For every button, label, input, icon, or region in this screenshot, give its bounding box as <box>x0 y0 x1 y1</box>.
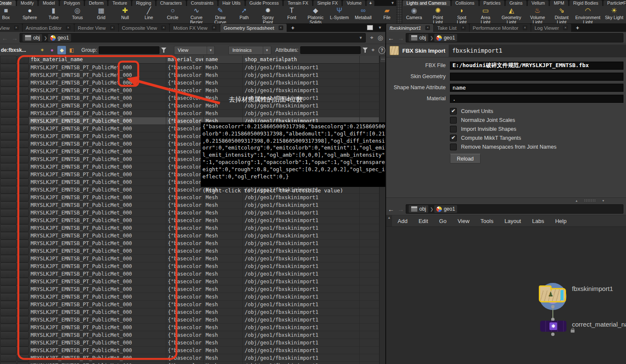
pane-grip-icon[interactable] <box>584 199 596 202</box>
cell-material_overri[interactable]: {"basecolor <box>166 102 204 110</box>
cell-material_overri[interactable]: {"basecolor <box>166 224 204 232</box>
cell-shop_materialpath[interactable]: /obj/geo1/fbxskinimport1 <box>243 232 360 240</box>
cell-shop_materialpath[interactable]: /obj/geo1/fbxskinimport1 <box>243 354 360 362</box>
cell-blank[interactable] <box>360 232 379 240</box>
cell-blank[interactable] <box>360 255 379 262</box>
row-gutter-cell[interactable] <box>0 362 17 364</box>
cell-name[interactable]: Mesh <box>204 301 243 308</box>
row-gutter-cell[interactable] <box>17 347 29 354</box>
attributes-input[interactable] <box>300 46 361 54</box>
attributes-filter-icon[interactable] <box>362 48 367 53</box>
table-row[interactable]: MRYSLKJPT_EMNTSB_PT_PublicMet_000{"basec… <box>0 331 379 339</box>
row-gutter-cell[interactable] <box>0 133 17 140</box>
cell-material_overri[interactable]: {"basecolor <box>166 247 204 255</box>
row-gutter-cell[interactable] <box>17 308 29 316</box>
row-gutter-cell[interactable] <box>0 301 17 308</box>
cell-name[interactable]: Mesh <box>204 194 243 201</box>
cell-name[interactable]: Mesh <box>204 278 243 285</box>
table-row[interactable]: MRYSLKJPT_EMNTSB_PT_PublicMet_000{"basec… <box>0 110 379 117</box>
row-gutter-cell[interactable] <box>17 94 29 102</box>
cell-blank[interactable] <box>360 308 379 316</box>
pane-menu-icon[interactable]: ▼ <box>378 25 382 30</box>
table-row[interactable]: MRYSLKJPT_EMNTSB_PT_PublicMet_000{"basec… <box>0 102 379 110</box>
cell-name[interactable]: Mesh <box>204 339 243 347</box>
row-gutter-cell[interactable] <box>0 148 17 155</box>
cell-shop_materialpath[interactable]: /obj/geo1/fbxskinimport1 <box>243 316 360 324</box>
close-icon[interactable]: × <box>14 25 19 30</box>
cell-name[interactable]: Mesh <box>204 240 243 247</box>
row-gutter-cell[interactable] <box>0 331 17 339</box>
cell-material_overri[interactable]: {"basecolor <box>166 94 204 102</box>
node-name-field[interactable]: fbxskinimport1 <box>449 45 626 57</box>
breadcrumb[interactable]: obj ❯ geo1 <box>406 33 623 42</box>
intrinsics-dropdown[interactable]: Intrinsics ▼ <box>228 46 271 55</box>
node-label-correct-material-name[interactable]: correct_material_name <box>572 321 626 328</box>
cell-fbx_material_name[interactable]: MRYSLKJPT_EMNTSB_PT_PublicMet_000 <box>29 102 166 110</box>
table-row[interactable]: MRYSLKJPT_EMNTSB_PT_PublicMet_000{"basec… <box>0 224 379 232</box>
row-gutter-cell[interactable] <box>17 64 29 71</box>
cell-material_overri[interactable]: {"basecolor <box>166 209 204 217</box>
cell-shop_materialpath[interactable]: /obj/geo1/fbxskinimport1 <box>243 79 360 87</box>
shelf-tab-model[interactable]: Model <box>38 0 59 6</box>
cell-name[interactable]: Mesh <box>204 224 243 232</box>
spreadsheet-table[interactable]: fbx_material_namematerial_overrinameshop… <box>0 56 379 364</box>
shelf-tool-spot-light[interactable]: ◗Spot Light <box>450 7 474 23</box>
table-row[interactable]: MRYSLKJPT_EMNTSB_PT_PublicMet_000{"basec… <box>0 64 379 71</box>
vertices-toggle-icon[interactable]: ● <box>48 46 56 54</box>
cell-blank[interactable] <box>360 94 379 102</box>
shelf-tab-vellum[interactable]: Vellum <box>527 0 549 6</box>
pin-attributes-icon[interactable]: ⌖ <box>372 47 375 54</box>
table-row[interactable]: MRYSLKJPT_EMNTSB_PT_PublicMet_000{"basec… <box>0 354 379 362</box>
row-gutter-cell[interactable] <box>17 155 29 163</box>
table-row[interactable]: MRYSLKJPT_EMNTSB_PT_PublicMet_000{"basec… <box>0 194 379 201</box>
cell-name[interactable]: Mesh <box>204 110 243 117</box>
row-gutter-cell[interactable] <box>0 262 17 270</box>
cell-fbx_material_name[interactable]: MRYSLKJPT_EMNTSB_PT_PublicMet_000 <box>29 209 166 217</box>
cell-shop_materialpath[interactable]: /obj/geo1/fbxskinimport1 <box>243 362 360 364</box>
row-gutter-cell[interactable] <box>0 293 17 301</box>
checkbox-icon[interactable] <box>450 117 457 124</box>
cell-material_overri[interactable]: {"basecolor <box>166 232 204 240</box>
row-gutter-cell[interactable] <box>17 163 29 171</box>
fbx-skin-import-icon[interactable] <box>390 46 399 55</box>
row-gutter-cell[interactable] <box>0 186 17 194</box>
shelf-tool-point-light[interactable]: ✺Point Light <box>426 7 450 23</box>
cell-material_overri[interactable]: {"basecolor <box>166 87 204 94</box>
cell-fbx_material_name[interactable]: MRYSLKJPT_EMNTSB_PT_PublicMet_000 <box>29 79 166 87</box>
tab-scene-view[interactable]: Scene View× <box>0 24 22 32</box>
cell-fbx_material_name[interactable]: MRYSLKJPT_EMNTSB_PT_PublicMet_000 <box>29 71 166 79</box>
shelf-tab-terrain-fx[interactable]: Terrain FX <box>283 0 312 6</box>
table-row[interactable]: MRYSLKJPT_EMNTSB_PT_PublicMet_000{"basec… <box>0 232 379 240</box>
cell-blank[interactable] <box>360 240 379 247</box>
row-gutter-cell[interactable] <box>17 87 29 94</box>
row-gutter-cell[interactable] <box>0 79 17 87</box>
row-gutter-cell[interactable] <box>0 316 17 324</box>
param-field[interactable] <box>450 73 623 81</box>
cell-material_overri[interactable]: {"basecolor <box>166 362 204 364</box>
cell-blank[interactable] <box>360 354 379 362</box>
shelf-tool-draw-curve[interactable]: ✎Draw Curve <box>208 7 232 23</box>
cell-shop_materialpath[interactable]: /obj/geo1/fbxskinimport1 <box>243 217 360 224</box>
cell-material_overri[interactable]: {"basecolor <box>166 64 204 71</box>
node-output-connector[interactable] <box>551 305 555 308</box>
cell-material_overri[interactable]: {"basecolor <box>166 293 204 301</box>
row-gutter-cell[interactable] <box>17 362 29 364</box>
cell-shop_materialpath[interactable]: /obj/geo1/fbxskinimport1 <box>243 301 360 308</box>
row-gutter-cell[interactable] <box>0 224 17 232</box>
cell-material_overri[interactable]: {"basecolor <box>166 125 204 133</box>
cell-material_overri[interactable]: {"basecolor <box>166 316 204 324</box>
cell-name[interactable]: Mesh <box>204 87 243 94</box>
shelf-tab-characters[interactable]: Characters <box>156 0 186 6</box>
cell-fbx_material_name[interactable]: MRYSLKJPT_EMNTSB_PT_PublicMet_000 <box>29 362 166 364</box>
cell-material_overri[interactable]: {"basecolor <box>166 270 204 278</box>
shelf-tool-file[interactable]: ▰File <box>375 7 396 20</box>
scroll-up-icon[interactable]: ▲ <box>575 199 578 202</box>
column-header-shop_materialpath[interactable]: shop_materialpath <box>243 56 360 64</box>
close-icon[interactable]: × <box>523 25 527 30</box>
row-gutter-cell[interactable] <box>17 270 29 278</box>
cell-shop_materialpath[interactable]: /obj/geo1/fbxskinimport1 <box>243 209 360 217</box>
cell-material_overri[interactable]: {"basecolor <box>166 324 204 331</box>
cell-fbx_material_name[interactable]: MRYSLKJPT_EMNTSB_PT_PublicMet_000 <box>29 331 166 339</box>
row-gutter-cell[interactable] <box>0 125 17 133</box>
cell-material_overri[interactable]: {"basecolor <box>166 339 204 347</box>
